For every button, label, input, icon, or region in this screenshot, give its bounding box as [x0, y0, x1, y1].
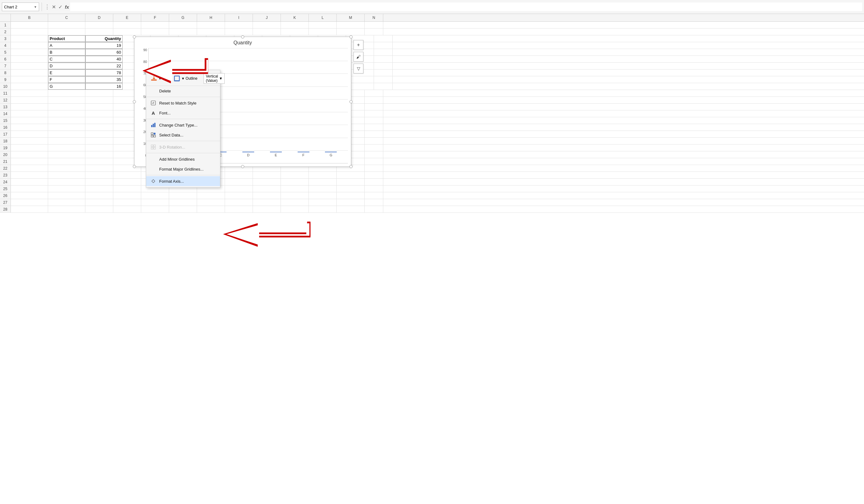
bar[interactable] [270, 152, 282, 152]
col-header-d[interactable]: D [85, 14, 113, 21]
context-menu-item-reset[interactable]: ↺ Reset to Match Style [146, 98, 220, 108]
cell-b7[interactable] [11, 63, 48, 69]
chart-add-button[interactable]: + [353, 40, 363, 50]
formula-input[interactable] [70, 2, 862, 11]
cancel-icon[interactable]: ✕ [52, 4, 56, 10]
col-header-g[interactable]: G [169, 14, 197, 21]
cell-c5[interactable]: B [48, 49, 85, 56]
col-header-j[interactable]: J [253, 14, 281, 21]
cell-c2[interactable] [48, 28, 85, 35]
cell-n8[interactable] [374, 70, 393, 76]
col-header-m[interactable]: M [337, 14, 365, 21]
cell-n2[interactable] [365, 28, 383, 35]
axis-dropdown[interactable]: Vertical (Value) ▼ [204, 73, 225, 84]
cell-c3-header[interactable]: Product [48, 35, 85, 42]
cell-c4[interactable]: A [48, 42, 85, 49]
name-box-chevron[interactable]: ▼ [34, 5, 37, 9]
cell-d4[interactable]: 19 [85, 42, 123, 49]
context-menu-item-delete[interactable]: Delete [146, 86, 220, 96]
cell-l2[interactable] [309, 28, 337, 35]
cell-j2[interactable] [253, 28, 281, 35]
cell-d7[interactable]: 22 [85, 63, 123, 69]
context-menu-item-font[interactable]: A Font... [146, 108, 220, 118]
col-header-n[interactable]: N [365, 14, 383, 21]
chart-filter-button[interactable]: ▽ [353, 64, 363, 74]
confirm-icon[interactable]: ✓ [58, 4, 62, 10]
cell-d1[interactable] [85, 22, 113, 28]
chart-handle-ml[interactable] [133, 100, 136, 103]
cell-k1[interactable] [281, 22, 309, 28]
cell-b6[interactable] [11, 56, 48, 62]
cell-g1[interactable] [169, 22, 197, 28]
context-menu-item-select-data[interactable]: Select Data... [146, 130, 220, 140]
fx-icon[interactable]: fx [65, 4, 69, 10]
context-menu-item-format-axis[interactable]: Format Axis... [146, 176, 220, 186]
col-header-f[interactable]: F [141, 14, 169, 21]
cell-d2[interactable] [85, 28, 113, 35]
outline-button[interactable]: ▼ Outline [172, 74, 199, 83]
bar-group[interactable]: E [270, 152, 282, 157]
chart-handle-tc[interactable] [241, 35, 244, 38]
cell-n4[interactable] [374, 42, 393, 49]
cell-n10[interactable] [374, 83, 393, 90]
cell-g2[interactable] [169, 28, 197, 35]
cell-d5[interactable]: 60 [85, 49, 123, 56]
cell-b8[interactable] [11, 70, 48, 76]
cell-f1[interactable] [141, 22, 169, 28]
cell-b3[interactable] [11, 35, 48, 42]
col-header-l[interactable]: L [309, 14, 337, 21]
cell-c8[interactable]: E [48, 70, 85, 76]
col-header-k[interactable]: K [281, 14, 309, 21]
cell-n9[interactable] [374, 76, 393, 83]
cell-b5[interactable] [11, 49, 48, 56]
name-box[interactable]: Chart 2 ▼ [2, 2, 39, 11]
cell-d10[interactable]: 16 [85, 83, 123, 90]
cell-n7[interactable] [374, 63, 393, 69]
cell-c7[interactable]: D [48, 63, 85, 69]
cell-c1[interactable] [48, 22, 85, 28]
bar[interactable] [298, 152, 309, 152]
bar-group[interactable]: D [242, 152, 254, 157]
chart-style-button[interactable]: 🖌 [353, 52, 363, 62]
chart-handle-tr[interactable] [349, 35, 352, 38]
cell-k2[interactable] [281, 28, 309, 35]
fill-button[interactable]: ▼ Fill [149, 74, 169, 83]
bar-group[interactable]: G [325, 152, 337, 157]
col-header-b[interactable]: B [11, 14, 48, 21]
cell-d8[interactable]: 78 [85, 70, 123, 76]
cell-i1[interactable] [225, 22, 253, 28]
cell-e1[interactable] [113, 22, 141, 28]
context-menu-item-add-minor-gridlines[interactable]: Add Minor Gridlines [146, 154, 220, 164]
cell-b2[interactable] [11, 28, 48, 35]
cell-b10[interactable] [11, 83, 48, 90]
bar-group[interactable]: F [298, 152, 309, 157]
col-header-e[interactable]: E [113, 14, 141, 21]
chart-handle-bl[interactable] [133, 165, 136, 168]
bar[interactable] [242, 152, 254, 152]
cell-m2[interactable] [337, 28, 365, 35]
chart-handle-tl[interactable] [133, 35, 136, 38]
col-header-i[interactable]: I [225, 14, 253, 21]
cell-n3[interactable] [374, 35, 393, 42]
chart-handle-br[interactable] [349, 165, 352, 168]
cell-c10[interactable]: G [48, 83, 85, 90]
cell-d9[interactable]: 35 [85, 76, 123, 83]
cell-i2[interactable] [225, 28, 253, 35]
col-header-c[interactable]: C [48, 14, 85, 21]
chart-handle-bc[interactable] [241, 165, 244, 168]
cell-n1[interactable] [365, 22, 383, 28]
col-header-h[interactable]: H [197, 14, 225, 21]
cell-b1[interactable] [11, 22, 48, 28]
cell-j1[interactable] [253, 22, 281, 28]
cell-c9[interactable]: F [48, 76, 85, 83]
cell-n6[interactable] [374, 56, 393, 62]
cell-n5[interactable] [374, 49, 393, 56]
cell-d3-header[interactable]: Quantity [85, 35, 123, 42]
cell-f2[interactable] [141, 28, 169, 35]
cell-h2[interactable] [197, 28, 225, 35]
context-menu-item-change-chart-type[interactable]: Change Chart Type... [146, 120, 220, 130]
cell-b4[interactable] [11, 42, 48, 49]
cell-d6[interactable]: 40 [85, 56, 123, 62]
cell-h1[interactable] [197, 22, 225, 28]
context-menu-item-format-major-gridlines[interactable]: Format Major Gridlines... [146, 164, 220, 174]
